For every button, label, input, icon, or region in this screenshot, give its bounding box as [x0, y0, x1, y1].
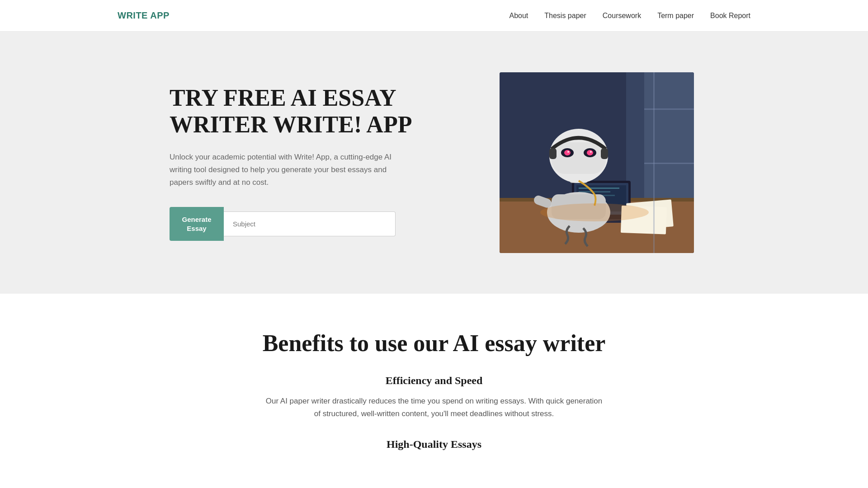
benefits-title: Benefits to use our AI essay writer [118, 330, 750, 357]
benefits-section: Benefits to use our AI essay writer Effi… [0, 294, 868, 478]
navbar: WRITE APP About Thesis paper Coursework … [0, 0, 868, 32]
svg-rect-27 [601, 148, 608, 159]
svg-point-25 [590, 151, 592, 153]
svg-rect-32 [644, 163, 694, 164]
hero-title: TRY FREE AI ESSAY WRITER WRITE! APP [170, 84, 441, 139]
nav-link-thesis[interactable]: Thesis paper [544, 12, 586, 19]
benefit2-subtitle: High-Quality Essays [118, 438, 750, 450]
nav-item-book-report[interactable]: Book Report [710, 12, 750, 20]
robot-illustration [500, 72, 694, 253]
brand-logo[interactable]: WRITE APP [118, 10, 170, 21]
svg-rect-19 [552, 142, 606, 174]
svg-rect-31 [644, 108, 694, 110]
svg-rect-8 [579, 188, 619, 189]
essay-form: GenerateEssay [170, 207, 441, 241]
nav-item-about[interactable]: About [509, 12, 528, 20]
nav-link-term-paper[interactable]: Term paper [657, 12, 694, 19]
nav-link-book-report[interactable]: Book Report [710, 12, 750, 19]
hero-content: TRY FREE AI ESSAY WRITER WRITE! APP Unlo… [170, 84, 441, 241]
svg-point-22 [564, 150, 571, 155]
nav-links: About Thesis paper Coursework Term paper… [509, 12, 750, 20]
svg-point-23 [587, 150, 593, 155]
hero-description: Unlock your academic potential with Writ… [170, 151, 396, 189]
generate-essay-button[interactable]: GenerateEssay [170, 207, 224, 241]
svg-rect-26 [549, 148, 557, 159]
hero-image [495, 72, 698, 253]
benefit1-subtitle: Efficiency and Speed [118, 375, 750, 387]
subject-input[interactable] [224, 211, 396, 236]
svg-point-29 [540, 203, 649, 221]
nav-link-coursework[interactable]: Coursework [603, 12, 641, 19]
benefit1-text: Our AI paper writer drastically reduces … [262, 395, 606, 420]
robot-svg [500, 72, 694, 253]
hero-section: TRY FREE AI ESSAY WRITER WRITE! APP Unlo… [0, 32, 868, 294]
svg-point-24 [567, 151, 569, 153]
nav-item-coursework[interactable]: Coursework [603, 12, 641, 20]
nav-item-term-paper[interactable]: Term paper [657, 12, 694, 20]
nav-item-thesis[interactable]: Thesis paper [544, 12, 586, 20]
nav-link-about[interactable]: About [509, 12, 528, 19]
